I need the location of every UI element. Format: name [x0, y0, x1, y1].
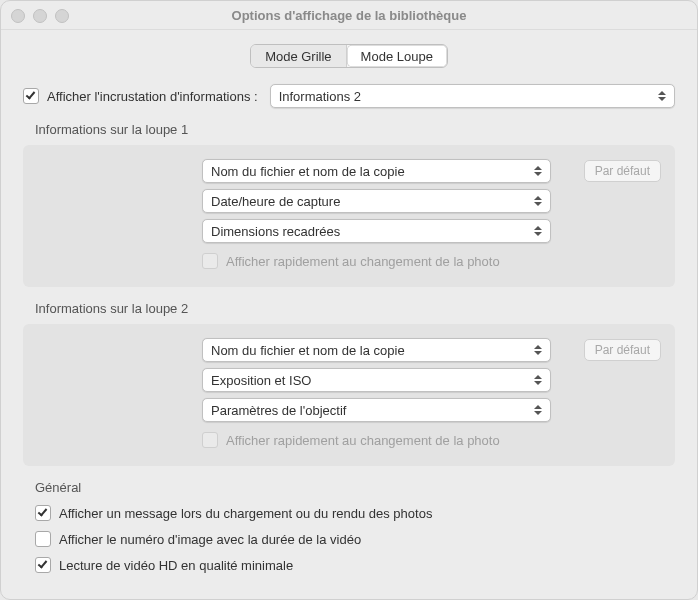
loupe2-group: Nom du fichier et nom de la copie Par dé… [23, 324, 675, 466]
chevron-up-down-icon [534, 372, 546, 388]
general-opt1-label: Afficher un message lors du chargement o… [59, 506, 432, 521]
general-section: Général Afficher un message lors du char… [23, 480, 675, 573]
general-opt2-checkbox[interactable] [35, 531, 51, 547]
loupe1-briefly-checkbox[interactable] [202, 253, 218, 269]
titlebar: Options d'affichage de la bibliothèque [1, 1, 697, 30]
loupe2-title: Informations sur la loupe 2 [35, 301, 675, 316]
loupe2-field2-value: Exposition et ISO [211, 373, 311, 388]
loupe2-default-button[interactable]: Par défaut [584, 339, 661, 361]
close-icon[interactable] [11, 9, 25, 23]
info-overlay-select-value: Informations 2 [279, 89, 361, 104]
loupe1-default-button[interactable]: Par défaut [584, 160, 661, 182]
general-title: Général [35, 480, 675, 495]
loupe2-briefly-label: Afficher rapidement au changement de la … [226, 433, 500, 448]
loupe1-briefly-label: Afficher rapidement au changement de la … [226, 254, 500, 269]
loupe2-field2-select[interactable]: Exposition et ISO [202, 368, 551, 392]
loupe1-field3-value: Dimensions recadrées [211, 224, 340, 239]
chevron-up-down-icon [534, 163, 546, 179]
loupe2-briefly-checkbox[interactable] [202, 432, 218, 448]
chevron-up-down-icon [534, 342, 546, 358]
loupe2-field3-value: Paramètres de l'objectif [211, 403, 346, 418]
loupe1-field2-value: Date/heure de capture [211, 194, 340, 209]
window-title: Options d'affichage de la bibliothèque [1, 8, 697, 23]
chevron-up-down-icon [534, 193, 546, 209]
library-view-options-window: Options d'affichage de la bibliothèque M… [0, 0, 698, 600]
general-opt2-label: Afficher le numéro d'image avec la durée… [59, 532, 361, 547]
content-area: Mode Grille Mode Loupe Afficher l'incrus… [1, 30, 697, 597]
chevron-up-down-icon [534, 223, 546, 239]
general-opt3-checkbox[interactable] [35, 557, 51, 573]
loupe2-field1-value: Nom du fichier et nom de la copie [211, 343, 405, 358]
traffic-lights [11, 9, 69, 23]
info-overlay-select[interactable]: Informations 2 [270, 84, 675, 108]
zoom-icon[interactable] [55, 9, 69, 23]
general-opt1-checkbox[interactable] [35, 505, 51, 521]
loupe2-field3-select[interactable]: Paramètres de l'objectif [202, 398, 551, 422]
loupe1-group: Nom du fichier et nom de la copie Par dé… [23, 145, 675, 287]
info-overlay-row: Afficher l'incrustation d'informations :… [23, 84, 675, 108]
loupe1-field1-value: Nom du fichier et nom de la copie [211, 164, 405, 179]
loupe1-title: Informations sur la loupe 1 [35, 122, 675, 137]
chevron-up-down-icon [534, 402, 546, 418]
show-info-overlay-label: Afficher l'incrustation d'informations : [47, 89, 258, 104]
tab-loupe[interactable]: Mode Loupe [347, 45, 447, 67]
loupe1-field2-select[interactable]: Date/heure de capture [202, 189, 551, 213]
chevron-up-down-icon [658, 88, 670, 104]
tab-grid[interactable]: Mode Grille [251, 45, 346, 67]
loupe1-field1-select[interactable]: Nom du fichier et nom de la copie [202, 159, 551, 183]
minimize-icon[interactable] [33, 9, 47, 23]
show-info-overlay-checkbox[interactable] [23, 88, 39, 104]
view-mode-tabs: Mode Grille Mode Loupe [250, 44, 448, 68]
loupe2-field1-select[interactable]: Nom du fichier et nom de la copie [202, 338, 551, 362]
loupe1-field3-select[interactable]: Dimensions recadrées [202, 219, 551, 243]
general-opt3-label: Lecture de vidéo HD en qualité minimale [59, 558, 293, 573]
